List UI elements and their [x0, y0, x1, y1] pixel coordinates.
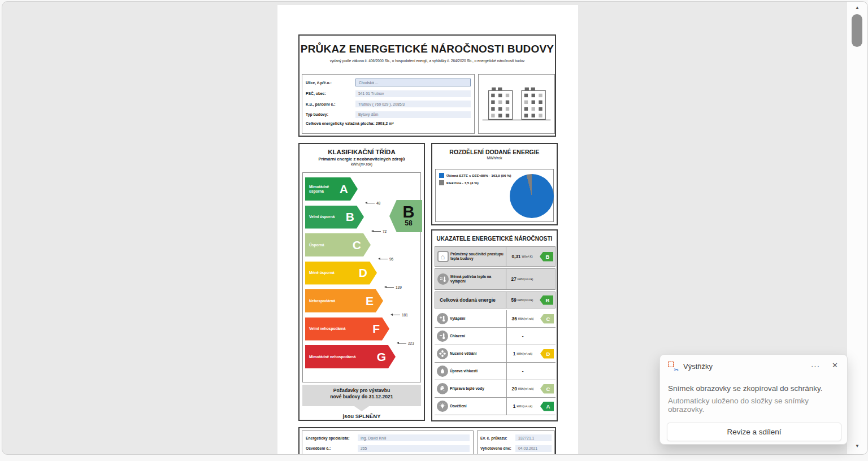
threshold-arrow-icon	[367, 203, 375, 203]
more-options-icon[interactable]: ···	[811, 362, 820, 370]
indicators-table: ⌂ Průměrný součinitel prostupu tepla bud…	[435, 246, 555, 415]
close-icon[interactable]: ✕	[832, 361, 838, 369]
class-b-label: Velmi úsporná	[305, 215, 346, 219]
requirements-result: jsou SPLNĚNY	[300, 413, 424, 419]
indicator-row-heat-demand: Měrná potřeba tepla na vytápění 27kWh/(m…	[435, 268, 555, 290]
ev-no-value: 332721.1	[515, 434, 552, 441]
indicator-label: Vytápění	[450, 316, 506, 321]
scrollbar[interactable]: ▲ ▼	[847, 2, 867, 454]
threshold-c: 96	[380, 257, 393, 261]
field-parcel: K.ú., parcelní č.: Trutnov ( 769 029 ), …	[306, 101, 471, 107]
city-label: PSČ, obec:	[306, 92, 355, 95]
indicator-row-u-value: ⌂ Průměrný součinitel prostupu tepla bud…	[435, 246, 555, 267]
droplet-icon	[437, 366, 448, 377]
certificate-subtitle: vydaný podle zákona č. 406/2000 Sb., o h…	[300, 59, 555, 63]
energy-class-row-e: Nehospodárná E 181	[305, 289, 420, 318]
indicator-row-ventilation: Nucené větrání 1kWh/(m².rok) D	[435, 345, 555, 363]
field-type: Typ budovy: Bytový dům	[306, 111, 471, 118]
radiator-icon	[437, 273, 449, 285]
requirements-line2: nové budovy do 31.12.2021	[302, 394, 421, 400]
certificate-header-box: PRŮKAZ ENERGETICKÉ NÁROČNOSTI BUDOVY vyd…	[298, 34, 556, 137]
class-f-label: Velmi nehospodárná	[305, 327, 364, 331]
class-e-arrow: Nehospodárná E	[305, 289, 383, 312]
fan-icon	[437, 348, 448, 359]
class-c-label: Úsporná	[305, 243, 351, 247]
certificate-no-label: Osvědčení č.:	[306, 446, 358, 450]
threshold-arrow-icon	[374, 231, 381, 232]
house-icon: ⌂	[437, 251, 449, 262]
legend-swatch-blue	[439, 173, 444, 178]
certificate-title: PRŮKAZ ENERGETICKÉ NÁROČNOSTI BUDOVY	[300, 36, 555, 55]
document-page: PRŮKAZ ENERGETICKÉ NÁROČNOSTI BUDOVY vyd…	[277, 5, 578, 455]
scroll-down-icon[interactable]: ▼	[847, 443, 867, 449]
threshold-arrow-icon	[387, 287, 394, 288]
class-badge: B	[540, 295, 553, 305]
class-badge: C	[540, 384, 554, 394]
threshold-arrow-icon	[393, 315, 400, 315]
class-g-letter: G	[377, 350, 386, 364]
class-a-arrow: Mimořádně úsporná A	[305, 177, 358, 201]
class-badge: A	[540, 402, 554, 411]
city-value: 541 01 Trutnov	[355, 90, 471, 97]
specialist-label: Energetický specialista:	[306, 436, 358, 440]
certificate-no-value: 265	[358, 445, 470, 452]
specialist-value: Ing. David Knill	[358, 434, 470, 441]
review-share-button[interactable]: Revize a sdílení	[667, 423, 841, 441]
result-letter: B	[403, 205, 415, 219]
class-badge: B	[540, 252, 553, 262]
specialist-box: Energetický specialista:Ing. David Knill…	[298, 427, 556, 455]
legend-text-electricity: Elektřina - 7,5 (4 %)	[446, 181, 479, 185]
building-fields-box: Ulice, č.p/č.o.: Chodská ... PSČ, obec: …	[302, 74, 475, 134]
toast-message-line1: Snímek obrazovky se zkopíroval do schrán…	[668, 384, 843, 393]
parcel-value: Trutnov ( 769 029 ), 2085/3	[355, 101, 471, 107]
indicator-label: Příprava teplé vody	[450, 386, 506, 391]
class-d-label: Méně úsporná	[305, 271, 355, 275]
indicator-row-heating: Vytápění 36kWh/(m².rok) C	[435, 310, 555, 328]
indicator-label: Nucené větrání	[450, 351, 506, 356]
specialist-right-fields: Ev. č. průkazu:332721.1 Vyhotoveno dne:0…	[477, 430, 555, 455]
requirements-box: Požadavky pro výstavbu nové budovy do 31…	[302, 385, 421, 406]
area-label: Celková energeticky vztažná plocha:	[306, 121, 375, 125]
building-illustration-box	[478, 74, 555, 134]
threshold-arrow-icon	[399, 343, 406, 343]
toast-message-line2: Automaticky uloženo do složky se snímky …	[668, 397, 847, 414]
ev-no-label: Ev. č. průkazu:	[480, 436, 515, 440]
date-label: Vyhotoveno dne:	[480, 446, 515, 450]
date-value: 04.03.2021	[515, 445, 552, 452]
street-input[interactable]: Chodská ...	[355, 79, 471, 86]
energy-scale: Mimořádně úsporná A 48 Velmi úsporná B 7…	[302, 172, 421, 382]
class-c-letter: C	[353, 238, 361, 252]
indicator-row-hot-water: Příprava teplé vody 20kWh/(m².rok) C	[435, 380, 555, 398]
class-g-label: Mimořádně nehospodárná	[305, 355, 368, 359]
classification-title: KLASIFIKAČNÍ TŘÍDA	[300, 144, 424, 155]
chevron-down-icon	[354, 406, 369, 411]
type-label: Typ budovy:	[306, 112, 355, 116]
specialist-left-fields: Energetický specialista:Ing. David Knill…	[302, 430, 474, 455]
area-value: 2903,2 m²	[376, 121, 394, 125]
class-g-arrow: Mimořádně nehospodárná G	[305, 345, 396, 368]
energy-split-box: ROZDĚLENÍ DODANÉ ENERGIE MWh/rok Účinná …	[431, 143, 558, 225]
indicator-label: Celková dodaná energie	[435, 297, 506, 303]
street-label: Ulice, č.p/č.o.:	[306, 81, 355, 85]
legend-text-szte: Účinná SZTE s OZE<80% - 163,9 (96 %)	[446, 173, 511, 177]
scrollbar-thumb[interactable]	[852, 14, 862, 47]
scroll-up-icon[interactable]: ▲	[847, 5, 867, 10]
legend-item-electricity: Elektřina - 7,5 (4 %)	[439, 180, 511, 185]
area-row: Celková energeticky vztažná plocha: 2903…	[306, 121, 471, 125]
threshold-e: 181	[393, 313, 408, 317]
type-value: Bytový dům	[355, 111, 471, 118]
indicator-label: Chlazení	[450, 334, 506, 338]
threshold-a: 48	[367, 201, 380, 205]
building-illustration	[480, 78, 553, 130]
class-badge: C	[540, 314, 554, 324]
thermometer-plus-icon	[437, 313, 448, 324]
class-f-letter: F	[372, 322, 380, 336]
thermometer-minus-icon	[437, 330, 448, 342]
bulb-icon	[437, 401, 448, 412]
class-d-letter: D	[359, 266, 367, 280]
class-b-letter: B	[346, 210, 354, 224]
class-b-arrow: Velmi úsporná B	[305, 206, 364, 229]
pie-legend: Účinná SZTE s OZE<80% - 163,9 (96 %) Ele…	[439, 173, 511, 188]
indicator-row-lighting: Osvětlení 1kWh/(m².rok) A	[435, 398, 555, 415]
classification-subtitle: Primární energie z neobnovitelných zdroj…	[300, 156, 424, 162]
